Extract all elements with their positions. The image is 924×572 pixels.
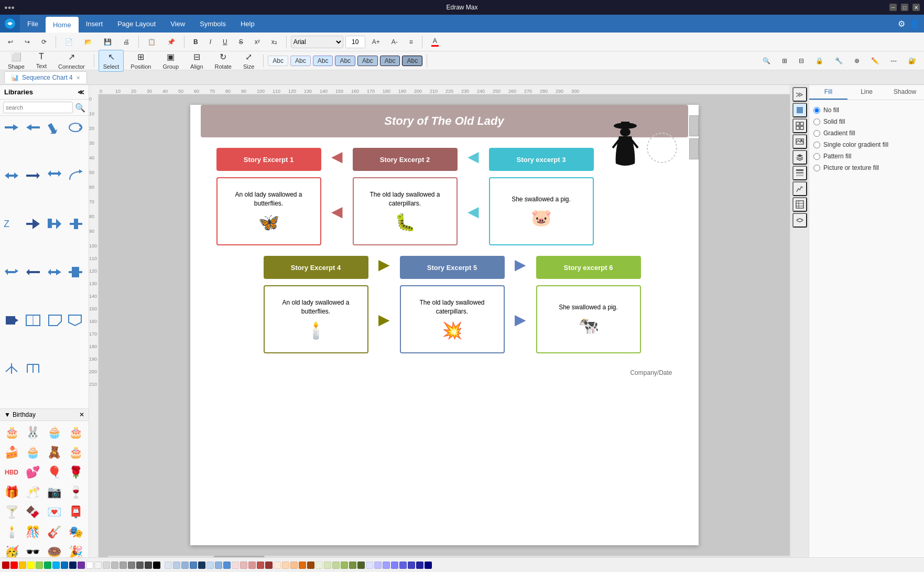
color-swatch-darkgreen1[interactable] xyxy=(349,562,356,569)
birthday-sunglasses[interactable]: 🕶️ xyxy=(24,543,42,557)
no-fill-option[interactable]: No fill xyxy=(813,104,920,116)
birthday-cocktail[interactable]: 🍸 xyxy=(2,503,21,522)
layers-panel-icon[interactable] xyxy=(792,150,807,165)
shape-arrow-7[interactable] xyxy=(45,166,64,185)
color-swatch-gray5[interactable] xyxy=(136,562,144,569)
birthday-chocolate[interactable]: 🍫 xyxy=(24,503,42,522)
birthday-camera[interactable]: 📷 xyxy=(45,483,64,502)
birthday-champagne[interactable]: 🥂 xyxy=(24,483,42,502)
font-size-increase[interactable]: A+ xyxy=(367,36,385,48)
copy-button[interactable]: 📋 xyxy=(143,36,160,48)
color-swatch-darkred2[interactable] xyxy=(257,562,264,569)
print-button[interactable]: 🖨 xyxy=(118,36,134,48)
lock-button[interactable]: 🔒 xyxy=(811,55,828,67)
birthday-donut[interactable]: 🍩 xyxy=(45,543,64,557)
section-expand-icon[interactable]: ▼ xyxy=(4,411,10,418)
open-button[interactable]: 📂 xyxy=(80,36,97,48)
fill-panel-icon[interactable] xyxy=(792,103,807,117)
single-color-radio[interactable] xyxy=(813,142,820,148)
bold-button[interactable]: B xyxy=(189,36,203,48)
style-abc-5[interactable]: Abc xyxy=(357,56,378,66)
shape-arrow-3[interactable] xyxy=(45,118,64,137)
font-size-input[interactable] xyxy=(345,36,365,48)
rotate-button[interactable]: ↻ Rotate xyxy=(210,50,236,72)
menu-symbols[interactable]: Symbols xyxy=(192,15,233,33)
restore-button[interactable]: □ xyxy=(901,4,908,11)
color-swatch-peach3[interactable] xyxy=(290,562,298,569)
color-swatch-white[interactable] xyxy=(86,562,93,569)
color-swatch-darkgreen2[interactable] xyxy=(357,562,365,569)
pattern-fill-option[interactable]: Pattern fill xyxy=(813,150,920,162)
size-button[interactable]: ⤢ Size xyxy=(238,50,259,72)
shape-dbl-arrow[interactable] xyxy=(2,263,21,282)
color-swatch-black[interactable] xyxy=(153,562,160,569)
shape-arrow-14[interactable] xyxy=(24,263,42,282)
birthday-hbd[interactable]: HBD xyxy=(2,463,21,482)
shape-arrow-12[interactable] xyxy=(66,214,85,233)
color-swatch-lightblue2[interactable] xyxy=(215,562,222,569)
pen-button[interactable]: ✏️ xyxy=(866,55,884,67)
solid-fill-option[interactable]: Solid fill xyxy=(813,116,920,127)
undo-button[interactable]: ↩ xyxy=(3,36,18,48)
style-abc-4[interactable]: Abc xyxy=(335,56,355,66)
birthday-cupcake-2[interactable]: 🍰 xyxy=(2,443,21,462)
minimize-button[interactable]: ─ xyxy=(889,4,897,11)
color-swatch-pink3[interactable] xyxy=(248,562,256,569)
search-input[interactable] xyxy=(3,102,73,113)
birthday-hearts[interactable]: 💕 xyxy=(24,463,42,482)
style-abc-3[interactable]: Abc xyxy=(313,56,333,66)
search-icon[interactable]: 🔍 xyxy=(75,103,85,113)
transform-panel-icon[interactable] xyxy=(792,213,807,228)
settings-icon[interactable]: ⚙ xyxy=(898,19,905,29)
birthday-wine[interactable]: 🍷 xyxy=(66,483,85,502)
color-swatch-darkorange[interactable] xyxy=(299,562,306,569)
color-swatch-red[interactable] xyxy=(10,562,18,569)
color-swatch-lightpurple[interactable] xyxy=(391,562,398,569)
tools-button[interactable]: 🔧 xyxy=(830,55,847,67)
new-button[interactable]: 📄 xyxy=(60,36,78,48)
table-panel-icon[interactable] xyxy=(792,197,807,212)
color-swatch-blue[interactable] xyxy=(61,562,68,569)
align-button2[interactable]: ⊟ Align xyxy=(186,50,208,72)
data-panel-icon[interactable] xyxy=(792,166,807,180)
color-swatch-navy[interactable] xyxy=(425,562,432,569)
color-swatch-darkred3[interactable] xyxy=(265,562,273,569)
shadow-tab[interactable]: Shadow xyxy=(886,85,924,100)
refresh-button[interactable]: ⟳ xyxy=(37,36,51,48)
layer-button[interactable]: ⊕ xyxy=(850,55,864,67)
birthday-candles[interactable]: 🕯️ xyxy=(2,523,21,542)
birthday-mask[interactable]: 🎭 xyxy=(66,523,85,542)
birthday-close-icon[interactable]: ✕ xyxy=(79,411,84,418)
birthday-mail[interactable]: 📮 xyxy=(66,503,85,522)
birthday-envelope[interactable]: 💌 xyxy=(45,503,64,522)
birthday-balloon[interactable]: 🎈 xyxy=(45,463,64,482)
color-swatch-brown1[interactable] xyxy=(307,562,314,569)
birthday-party-hat-2[interactable]: 🎉 xyxy=(66,543,85,557)
birthday-cake-2[interactable]: 🎂 xyxy=(66,423,85,442)
shape-arrow-17[interactable] xyxy=(2,311,21,330)
birthday-cupcake-3[interactable]: 🧁 xyxy=(24,443,42,462)
sidebar-expand-icon[interactable]: ≪ xyxy=(78,89,84,96)
color-swatch-peach1[interactable] xyxy=(274,562,281,569)
page-size-1[interactable] xyxy=(689,115,699,136)
color-swatch-blue4[interactable] xyxy=(190,562,197,569)
color-swatch-darkred[interactable] xyxy=(2,562,9,569)
table-insert-button[interactable]: ⊟ xyxy=(794,55,809,67)
color-swatch-darkpurple2[interactable] xyxy=(416,562,423,569)
style-abc-7[interactable]: Abc xyxy=(402,56,422,66)
single-color-gradient-option[interactable]: Single color gradient fill xyxy=(813,139,920,150)
text-button[interactable]: T Text xyxy=(31,50,51,71)
color-swatch-gray3[interactable] xyxy=(119,562,127,569)
menu-home[interactable]: Home xyxy=(46,17,79,33)
solid-fill-radio[interactable] xyxy=(813,118,820,125)
color-swatch-peach2[interactable] xyxy=(282,562,289,569)
font-family-select[interactable]: Arial xyxy=(291,36,343,48)
birthday-party-hat[interactable]: 🥳 xyxy=(2,543,21,557)
picture-texture-option[interactable]: Picture or texture fill xyxy=(813,162,920,174)
shape-arrow-20[interactable] xyxy=(66,311,85,330)
color-swatch-darkgray[interactable] xyxy=(145,562,152,569)
strikethrough-button[interactable]: S xyxy=(234,36,248,48)
gradient-fill-option[interactable]: Gradient fill xyxy=(813,127,920,139)
color-swatch-lavender3[interactable] xyxy=(383,562,390,569)
page-size-2[interactable] xyxy=(689,138,699,159)
